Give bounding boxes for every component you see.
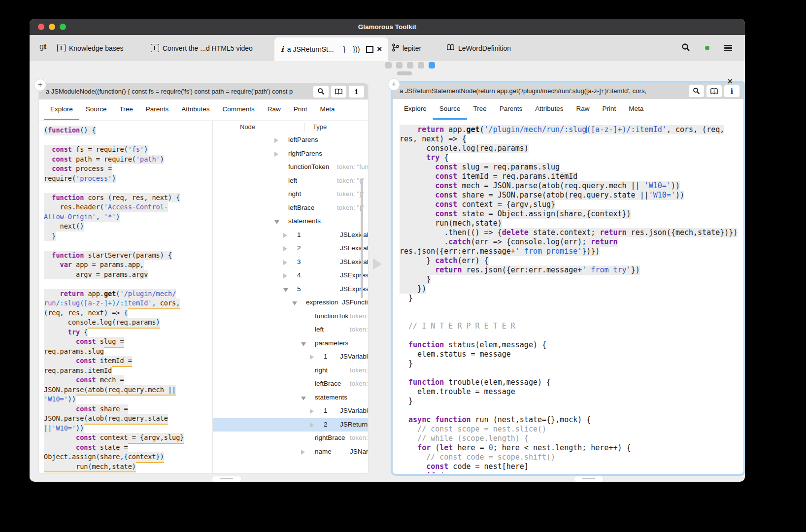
resize-handle[interactable] bbox=[212, 476, 241, 482]
tree-row[interactable]: leftParens bbox=[213, 133, 368, 147]
pane-tab-raw[interactable]: Raw bbox=[570, 99, 596, 120]
tree-row[interactable]: rightParens bbox=[213, 147, 368, 161]
tab-knowledge-bases[interactable]: Knowledge bases bbox=[57, 35, 124, 61]
tree-row[interactable]: 4JSExpression bbox=[213, 269, 368, 283]
pane-tabs: ExploreSourceTreeParentsAttributesRawPri… bbox=[393, 99, 743, 120]
chevron-right-icon[interactable] bbox=[274, 152, 278, 157]
spawn-button[interactable] bbox=[331, 86, 346, 98]
code-line: const state = bbox=[44, 443, 212, 453]
tab-convert-the-d-html5-video[interactable]: Convert the ...d HTML5 video bbox=[151, 35, 253, 61]
chevron-down-icon[interactable] bbox=[283, 288, 288, 292]
tree-row[interactable]: nameJSNameExpr bbox=[213, 445, 368, 459]
page-dot[interactable] bbox=[429, 62, 435, 68]
tab-a-jsreturnst-[interactable]: ia JSReturnSt...}}))× bbox=[274, 37, 388, 61]
tree-row[interactable]: lefttoken: "(" bbox=[213, 174, 368, 188]
tree-row[interactable]: functionTokentoken: "fu bbox=[213, 310, 368, 324]
close-icon[interactable]: × bbox=[377, 45, 382, 53]
pane-tab-parents[interactable]: Parents bbox=[493, 99, 529, 120]
chevron-right-icon[interactable] bbox=[283, 233, 287, 238]
tree-column-type: Type bbox=[313, 123, 327, 131]
tree-row[interactable]: 2JSReturnSt bbox=[213, 418, 368, 432]
menu-icon[interactable] bbox=[724, 44, 732, 52]
pane-tab-print[interactable]: Print bbox=[596, 99, 622, 120]
pane-tab-explore[interactable]: Explore bbox=[44, 100, 79, 120]
tree-node-type: JSVariable bbox=[340, 407, 368, 414]
chevron-right-icon[interactable] bbox=[310, 423, 314, 428]
chevron-down-icon[interactable] bbox=[274, 220, 279, 224]
search-button[interactable] bbox=[313, 86, 329, 98]
resize-handle[interactable] bbox=[574, 476, 604, 482]
page-dot[interactable] bbox=[407, 62, 413, 68]
tree-row[interactable]: parameters bbox=[213, 337, 368, 351]
tree-row[interactable]: expressionJSFunction bbox=[213, 296, 368, 310]
search-button[interactable] bbox=[689, 85, 704, 97]
chevron-down-icon[interactable] bbox=[301, 397, 306, 400]
chevron-right-icon[interactable] bbox=[283, 246, 287, 251]
pane-tab-source[interactable]: Source bbox=[433, 99, 467, 120]
tree-row[interactable]: statements bbox=[213, 215, 368, 229]
tree-row[interactable]: 2JSLexicalDecl bbox=[213, 242, 368, 256]
pane-tab-print[interactable]: Print bbox=[287, 100, 314, 120]
tab-lepiter[interactable]: lepiter bbox=[392, 35, 421, 61]
pane-tab-meta[interactable]: Meta bbox=[313, 100, 341, 120]
code-line: } bbox=[44, 232, 212, 241]
code-editor[interactable]: (function() { const fs = require('fs') c… bbox=[39, 121, 212, 474]
tree-row[interactable]: 5JSExpression bbox=[213, 283, 368, 297]
code-line: res.json({err:err.message+' from promise… bbox=[400, 247, 743, 256]
pane-tab-raw[interactable]: Raw bbox=[261, 100, 287, 120]
tree-row[interactable]: 1JSVariable bbox=[213, 350, 368, 364]
tree-row[interactable]: rightBracetoken: "}" bbox=[213, 432, 368, 445]
column-divider[interactable] bbox=[304, 123, 304, 132]
chevron-right-icon[interactable] bbox=[310, 409, 314, 414]
pane-tab-comments[interactable]: Comments bbox=[216, 100, 261, 120]
code-editor[interactable]: return app.get('/plugin/mech/run/:slug([… bbox=[393, 120, 743, 473]
pane-tab-attributes[interactable]: Attributes bbox=[529, 99, 570, 120]
tree-scrollbar[interactable] bbox=[361, 179, 363, 298]
tree-row[interactable]: 1JSVariable bbox=[213, 404, 368, 418]
tree-row[interactable]: statements bbox=[213, 391, 368, 405]
chevron-down-icon[interactable] bbox=[301, 342, 306, 346]
chevron-right-icon[interactable] bbox=[283, 273, 287, 278]
page-dot[interactable] bbox=[396, 62, 403, 68]
tree-row[interactable]: leftBracetoken: "{" bbox=[213, 377, 368, 391]
chevron-right-icon[interactable] bbox=[310, 355, 314, 360]
pane-tab-explore[interactable]: Explore bbox=[398, 99, 433, 120]
tree-node-name: functionToken bbox=[288, 163, 329, 170]
code-line: // while (scope.length) { bbox=[400, 434, 743, 443]
add-pane-button[interactable]: + bbox=[34, 79, 46, 91]
page-dot[interactable] bbox=[418, 62, 424, 68]
maximize-icon[interactable] bbox=[366, 46, 373, 53]
chevron-right-icon[interactable] bbox=[301, 450, 305, 455]
page-dot[interactable] bbox=[385, 62, 392, 68]
tree-row[interactable]: 3JSLexicalDecl bbox=[213, 256, 368, 269]
tree-row[interactable]: 1JSLexicalDecl bbox=[213, 229, 368, 242]
code-line: const slug = req.params.slug bbox=[400, 163, 743, 172]
inspect-button[interactable]: i bbox=[349, 86, 364, 98]
pane-tab-tree[interactable]: Tree bbox=[113, 100, 139, 120]
pane-tab-tree[interactable]: Tree bbox=[467, 99, 493, 120]
pane-tab-parents[interactable]: Parents bbox=[139, 100, 175, 120]
chevron-right-icon[interactable] bbox=[274, 138, 278, 143]
pane-tab-source[interactable]: Source bbox=[79, 100, 113, 120]
add-pane-button[interactable]: + bbox=[388, 78, 400, 91]
code-line bbox=[44, 241, 212, 251]
spawn-button[interactable] bbox=[706, 85, 722, 97]
pane-drag-handle[interactable] bbox=[397, 71, 412, 75]
code-line bbox=[400, 331, 743, 340]
tree-node-name: right bbox=[315, 366, 328, 374]
chevron-right-icon[interactable] bbox=[283, 260, 287, 265]
gt-logo[interactable]: gt bbox=[39, 42, 46, 51]
pane-tab-meta[interactable]: Meta bbox=[622, 99, 650, 120]
inspect-button[interactable]: i bbox=[724, 85, 739, 97]
tree-row[interactable]: righttoken: ")" bbox=[213, 364, 368, 378]
pane-tab-attributes[interactable]: Attributes bbox=[175, 100, 216, 120]
search-icon[interactable] bbox=[681, 43, 690, 54]
close-pane-button[interactable]: × bbox=[727, 76, 733, 87]
tree-row[interactable]: righttoken: ")" bbox=[213, 188, 368, 201]
tree-row[interactable]: lefttoken: "(" bbox=[213, 323, 368, 337]
code-line: // const scope = nest.slice() bbox=[400, 425, 743, 434]
tab-leworddefinition[interactable]: LeWordDefinition bbox=[446, 35, 511, 61]
tree-row[interactable]: functionTokentoken: "function" bbox=[213, 161, 368, 174]
chevron-down-icon[interactable] bbox=[292, 301, 297, 305]
tree-row[interactable]: leftBracetoken: "{" bbox=[213, 201, 368, 215]
